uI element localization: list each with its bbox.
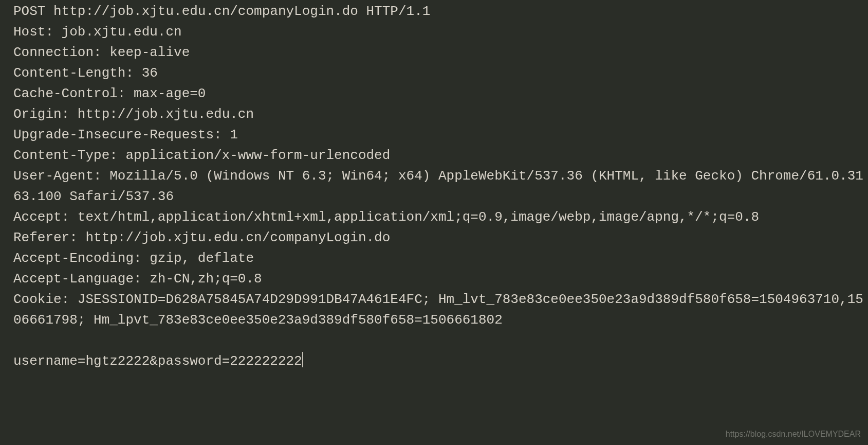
code-line[interactable]: Content-Length: 36 [13,63,868,83]
code-editor[interactable]: POST http://job.xjtu.edu.cn/companyLogin… [0,0,868,445]
code-line[interactable]: Host: job.xjtu.edu.cn [13,22,868,42]
code-line[interactable]: Cookie: JSESSIONID=D628A75845A74D29D991D… [13,289,868,330]
code-line[interactable]: POST http://job.xjtu.edu.cn/companyLogin… [13,1,868,22]
editor-content[interactable]: POST http://job.xjtu.edu.cn/companyLogin… [9,0,868,445]
code-line[interactable]: Content-Type: application/x-www-form-url… [13,145,868,166]
code-line[interactable]: Upgrade-Insecure-Requests: 1 [13,124,868,145]
code-line[interactable]: Accept: text/html,application/xhtml+xml,… [13,207,868,227]
line-number-gutter [0,0,9,445]
code-line[interactable]: User-Agent: Mozilla/5.0 (Windows NT 6.3;… [13,166,868,207]
text-cursor [302,352,303,367]
code-line[interactable]: Accept-Encoding: gzip, deflate [13,248,868,269]
code-line[interactable]: Cache-Control: max-age=0 [13,83,868,104]
code-line[interactable]: Connection: keep-alive [13,42,868,63]
code-line[interactable]: Origin: http://job.xjtu.edu.cn [13,104,868,124]
code-line[interactable] [13,330,868,351]
code-line[interactable]: Accept-Language: zh-CN,zh;q=0.8 [13,269,868,289]
watermark-text: https://blog.csdn.net/ILOVEMYDEAR [726,428,861,441]
code-line[interactable]: Referer: http://job.xjtu.edu.cn/companyL… [13,227,868,248]
code-line[interactable]: username=hgtz2222&password=222222222 [13,351,868,371]
